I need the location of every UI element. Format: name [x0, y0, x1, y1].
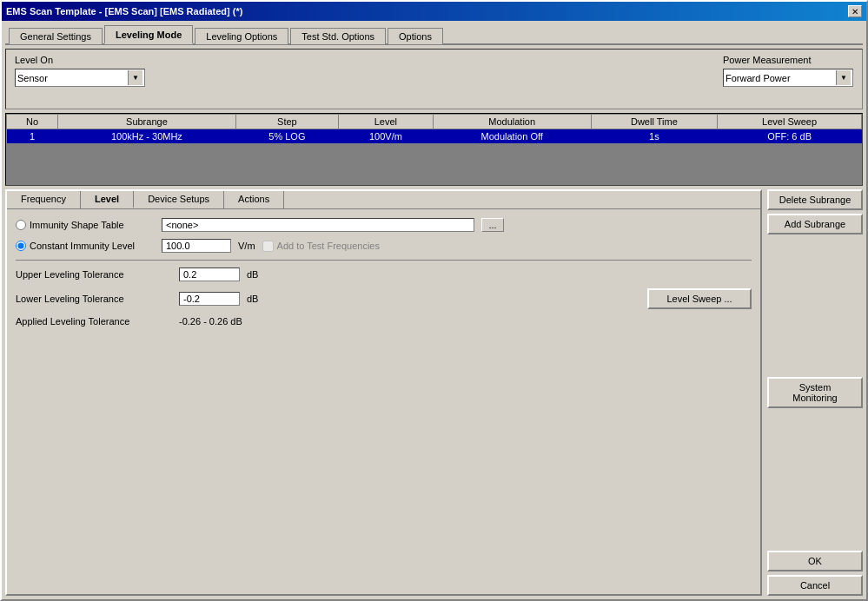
top-panel: Level On Sensor ▼ Power Measurement Forw…: [5, 49, 863, 109]
level-sweep-button[interactable]: Level Sweep ...: [647, 288, 752, 309]
col-level-sweep: Level Sweep: [718, 115, 862, 129]
title-bar: EMS Scan Template - [EMS Scan] [EMS Radi…: [2, 2, 866, 21]
upper-leveling-label: Upper Leveling Tolerance: [16, 269, 172, 280]
close-button[interactable]: ✕: [848, 5, 862, 17]
add-subrange-button[interactable]: Add Subrange: [767, 214, 863, 234]
upper-leveling-input[interactable]: [179, 267, 240, 281]
immunity-shape-input[interactable]: <none>: [162, 218, 474, 232]
applied-leveling-label: Applied Leveling Tolerance: [16, 316, 172, 327]
sub-tab-frequency[interactable]: Frequency: [7, 191, 81, 208]
constant-immunity-row: Constant Immunity Level V/m Add to Test …: [16, 239, 752, 253]
tab-bar: General Settings Leveling Mode Leveling …: [5, 24, 863, 45]
level-on-value: Sensor: [17, 73, 48, 83]
lower-leveling-label: Lower Leveling Tolerance: [16, 294, 172, 304]
table-row-empty2: [7, 157, 862, 171]
system-monitoring-button[interactable]: System Monitoring: [767, 377, 863, 408]
data-table: No Subrange Step Level Modulation Dwell …: [6, 114, 862, 185]
level-tab-content: Immunity Shape Table <none> ... Constant…: [7, 209, 760, 594]
immunity-shape-label: Immunity Shape Table: [30, 220, 124, 230]
cell-level-sweep: OFF: 6 dB: [718, 129, 862, 144]
separator: [16, 260, 752, 261]
table-row[interactable]: 1 100kHz - 30MHz 5% LOG 100V/m Modulatio…: [7, 129, 862, 144]
power-measurement-arrow: ▼: [836, 70, 851, 85]
window-content: General Settings Leveling Mode Leveling …: [2, 21, 866, 599]
power-measurement-label: Power Measurement: [723, 55, 853, 65]
cell-no: 1: [7, 129, 58, 144]
sub-tab-bar: Frequency Level Device Setups Actions: [7, 191, 760, 209]
lower-leveling-unit: dB: [247, 294, 258, 304]
add-to-test-freq-label: Add to Test Frequencies: [262, 241, 380, 252]
col-subrange: Subrange: [58, 115, 236, 129]
cell-step: 5% LOG: [235, 129, 338, 144]
immunity-shape-row: Immunity Shape Table <none> ...: [16, 218, 752, 232]
col-dwell-time: Dwell Time: [591, 115, 718, 129]
sub-tab-level[interactable]: Level: [81, 191, 134, 208]
add-to-test-freq-checkbox: [262, 241, 274, 252]
upper-leveling-unit: dB: [247, 269, 258, 280]
level-on-label: Level On: [15, 55, 145, 65]
bottom-left-panel: Frequency Level Device Setups Actions Im…: [5, 189, 762, 596]
table-row-empty: [7, 143, 862, 157]
col-step: Step: [235, 115, 338, 129]
ok-button[interactable]: OK: [767, 551, 863, 571]
cell-modulation: Modulation Off: [433, 129, 591, 144]
level-on-group: Level On Sensor ▼: [15, 55, 145, 103]
bottom-area: Frequency Level Device Setups Actions Im…: [5, 189, 863, 596]
immunity-shape-radio[interactable]: [16, 220, 26, 230]
power-measurement-value: Forward Power: [726, 73, 791, 83]
browse-button[interactable]: ...: [481, 218, 504, 232]
level-on-arrow: ▼: [128, 70, 142, 85]
constant-immunity-input[interactable]: [162, 239, 231, 253]
sub-tab-actions[interactable]: Actions: [224, 191, 284, 208]
lower-leveling-row: Lower Leveling Tolerance dB Level Sweep …: [16, 288, 752, 309]
constant-immunity-radio-label[interactable]: Constant Immunity Level: [16, 241, 155, 251]
delete-subrange-button[interactable]: Delete Subrange: [767, 189, 863, 210]
tab-test-std-options[interactable]: Test Std. Options: [290, 28, 386, 44]
constant-immunity-label: Constant Immunity Level: [30, 241, 135, 251]
tab-leveling-options[interactable]: Leveling Options: [195, 28, 288, 44]
tab-leveling-mode[interactable]: Leveling Mode: [104, 25, 193, 44]
table-row-empty3: [7, 171, 862, 185]
col-level: Level: [338, 115, 433, 129]
cell-subrange: 100kHz - 30MHz: [58, 129, 236, 144]
main-window: EMS Scan Template - [EMS Scan] [EMS Radi…: [0, 0, 868, 601]
power-measurement-group: Power Measurement Forward Power ▼: [723, 55, 853, 103]
sub-tab-device-setups[interactable]: Device Setups: [134, 191, 224, 208]
cancel-button[interactable]: Cancel: [767, 575, 863, 596]
col-no: No: [7, 115, 58, 129]
constant-immunity-radio[interactable]: [16, 241, 26, 251]
tab-general-settings[interactable]: General Settings: [9, 28, 103, 44]
power-measurement-select[interactable]: Forward Power ▼: [723, 69, 853, 87]
col-modulation: Modulation: [433, 115, 591, 129]
applied-leveling-value: -0.26 - 0.26 dB: [179, 316, 242, 327]
data-table-container: No Subrange Step Level Modulation Dwell …: [5, 113, 863, 186]
lower-leveling-input[interactable]: [179, 292, 240, 306]
tab-options[interactable]: Options: [388, 28, 443, 44]
constant-immunity-unit: V/m: [238, 241, 255, 251]
cell-dwell-time: 1s: [591, 129, 718, 144]
right-buttons-panel: Delete Subrange Add Subrange System Moni…: [767, 189, 863, 596]
level-on-select[interactable]: Sensor ▼: [15, 69, 145, 87]
window-title: EMS Scan Template - [EMS Scan] [EMS Radi…: [6, 6, 242, 17]
immunity-shape-radio-label[interactable]: Immunity Shape Table: [16, 220, 155, 230]
upper-leveling-row: Upper Leveling Tolerance dB: [16, 267, 752, 281]
cell-level: 100V/m: [338, 129, 433, 144]
applied-leveling-row: Applied Leveling Tolerance -0.26 - 0.26 …: [16, 316, 752, 327]
